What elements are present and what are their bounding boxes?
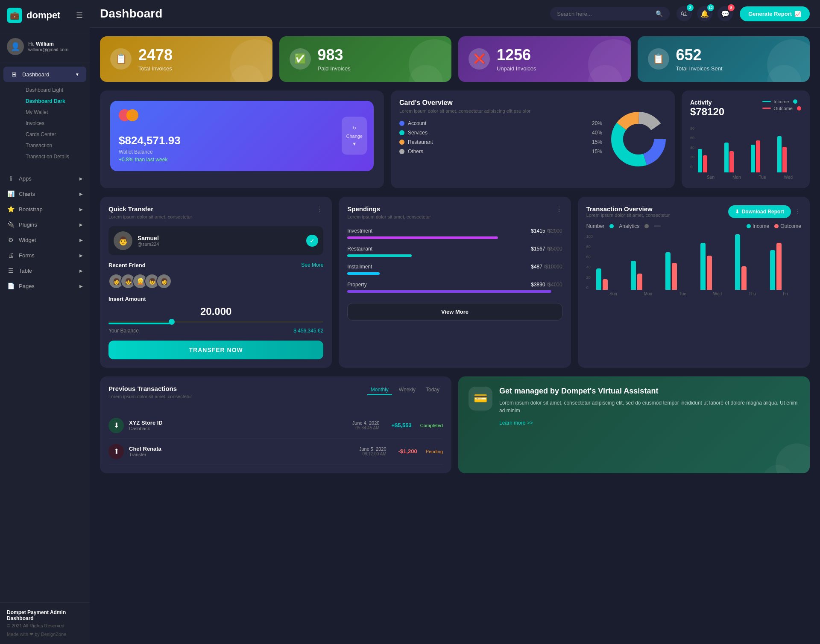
spendings-menu-icon[interactable]: ⋮	[556, 205, 562, 213]
ob-group-wed	[700, 243, 732, 290]
filter-weekly[interactable]: Weekly	[395, 385, 419, 395]
stat-card-total-invoices: 📋 2478 Total Invoices	[100, 36, 272, 82]
svg-point-4	[623, 124, 654, 154]
card-overview-title: Card's Overview	[399, 99, 602, 107]
nav-item-bootstrap[interactable]: ⭐ Bootstrap ▶	[0, 201, 90, 217]
apps-icon: ℹ	[7, 175, 15, 182]
paid-invoices-icon: ✅	[290, 48, 311, 70]
hamburger-icon[interactable]: ☰	[76, 11, 83, 20]
to-title: Transaction Overview	[586, 205, 670, 213]
ob-group-mon	[631, 261, 662, 290]
user-greeting: Hi, William	[28, 41, 68, 47]
tx-icon-1: ⬆	[108, 444, 124, 459]
tx-type-1: Transfer	[129, 452, 161, 457]
nav-item-table[interactable]: ☰ Table ▶	[0, 263, 90, 278]
footer-title: Dompet Payment Admin Dashboard	[7, 609, 83, 621]
activity-bar-chart	[698, 130, 801, 172]
amount-slider[interactable]	[108, 321, 323, 324]
tx-type-0: Cashback	[129, 426, 163, 431]
ob-outcome-thu	[741, 266, 747, 290]
subnav-transaction-details[interactable]: Transaction Details	[19, 151, 90, 162]
quick-transfer-subtitle: Lorem ipsum dolor sit amet, consectetur	[108, 214, 192, 219]
table-icon: ☰	[7, 267, 15, 274]
header-icons: 🛍 2 🔔 12 💬 8	[676, 6, 733, 21]
quick-transfer-title: Quick Transfer	[108, 205, 192, 213]
others-dot	[399, 149, 404, 154]
ob-outcome-mon	[637, 274, 642, 290]
ob-group-sun	[596, 268, 627, 290]
total-invoices-icon: 📋	[110, 48, 132, 70]
unpaid-invoices-icon: ❌	[469, 48, 490, 70]
chat-badge: 8	[728, 4, 735, 11]
chat-icon-btn[interactable]: 💬 8	[718, 6, 733, 21]
subnav-invoices[interactable]: Invoices	[19, 118, 90, 129]
recent-friend-label: Recent Friend	[108, 262, 146, 268]
donut-chart	[611, 111, 666, 167]
change-button[interactable]: ↻ Change ▼	[342, 117, 367, 155]
dashboard-icon: ⊞	[10, 71, 18, 78]
download-report-button[interactable]: ⬇ Download Report	[728, 205, 791, 218]
ob-income-sun	[596, 268, 601, 290]
legend-services: Services 40%	[399, 130, 602, 136]
bell-icon-btn[interactable]: 🔔 12	[697, 6, 712, 21]
search-input[interactable]	[557, 11, 652, 17]
nav-item-widget[interactable]: ⚙ Widget ▶	[0, 232, 90, 248]
bag-icon-btn[interactable]: 🛍 2	[676, 6, 692, 21]
spending-installment: Installment $487 /$10000	[347, 264, 562, 275]
filter-today[interactable]: Today	[422, 385, 443, 395]
to-menu-icon[interactable]: ⋮	[794, 207, 801, 216]
balance-row: Your Balance $ 456,345.62	[108, 328, 323, 334]
sidebar: 💼 dompet ☰ 👤 Hi, William william@gmail.c…	[0, 0, 90, 644]
subnav-transaction[interactable]: Transaction	[19, 140, 90, 151]
nav-item-charts[interactable]: 📊 Charts ▶	[0, 186, 90, 201]
bar-income-wed	[777, 136, 782, 172]
subnav-dashboard-dark[interactable]: Dashboard Dark	[19, 96, 90, 107]
outcome-legend-line	[762, 108, 771, 109]
transfer-now-button[interactable]: TRANSFER NOW	[108, 341, 323, 359]
generate-report-button[interactable]: Generate Report 📈	[740, 6, 810, 21]
nav-item-pages[interactable]: 📄 Pages ▶	[0, 278, 90, 294]
bar-income-mon	[724, 143, 729, 172]
bar-group-wed	[777, 136, 801, 172]
bar-group-mon	[724, 143, 748, 172]
nav-item-dashboard[interactable]: ⊞ Dashboard ▼	[3, 67, 86, 82]
subnav-cards-center[interactable]: Cards Center	[19, 129, 90, 140]
va-icon: 💳	[469, 387, 492, 411]
insert-amount-label: Insert Amount	[108, 296, 323, 302]
apps-arrow-icon: ▶	[79, 176, 83, 181]
subnav-my-wallet[interactable]: My Wallet	[19, 107, 90, 118]
logo-text: dompet	[26, 10, 60, 21]
spendings-subtitle: Lorem ipsum dolor sit amet, consectetur	[347, 214, 431, 219]
logo-icon: 💼	[7, 8, 22, 23]
spendings-section: Spendings Lorem ipsum dolor sit amet, co…	[339, 197, 571, 368]
filter-monthly[interactable]: Monthly	[367, 385, 392, 395]
main-content: Dashboard 🔍 🛍 2 🔔 12 💬 8 Generate Report…	[90, 0, 820, 644]
nav-item-apps[interactable]: ℹ Apps ▶	[0, 171, 90, 186]
ob-income-wed	[700, 243, 706, 290]
overview-x-labels: SunMonTueWedThuFri	[596, 291, 801, 296]
view-more-button[interactable]: View More	[347, 303, 562, 321]
search-box[interactable]: 🔍	[550, 7, 670, 20]
download-icon: ⬇	[735, 209, 739, 215]
widget-icon: ⚙	[7, 236, 15, 243]
see-more-link[interactable]: See More	[301, 262, 323, 268]
outcome-dot	[797, 106, 801, 111]
to-header: Transaction Overview Lorem ipsum dolor s…	[586, 205, 801, 218]
person-check-icon: ✓	[306, 235, 318, 247]
nav-item-forms[interactable]: 🖨 Forms ▶	[0, 248, 90, 263]
tx-amount-1: -$1,200	[398, 448, 417, 455]
quick-transfer-menu-icon[interactable]: ⋮	[316, 205, 323, 213]
sidebar-footer: Dompet Payment Admin Dashboard © 2021 Al…	[0, 602, 90, 644]
toggle-button[interactable]	[654, 225, 661, 227]
card-overview-subtitle: Lorem ipsum dolor sit amet, consectetur …	[399, 108, 602, 114]
wallet-change: +0.8% than last week	[119, 157, 365, 163]
overview-y-axis: 020406080100	[586, 234, 593, 290]
subnav-dashboard-light[interactable]: Dashboard Light	[19, 85, 90, 96]
quick-transfer-section: Quick Transfer Lorem ipsum dolor sit ame…	[100, 197, 332, 368]
account-dot	[399, 121, 404, 126]
va-learn-more-link[interactable]: Learn more >>	[499, 420, 533, 426]
ob-income-fri	[770, 250, 775, 290]
person-name: Samuel	[138, 235, 159, 242]
nav-item-plugins[interactable]: 🔌 Plugins ▶	[0, 217, 90, 232]
activity-x-labels: Sun Mon Tue Wed	[698, 175, 801, 180]
